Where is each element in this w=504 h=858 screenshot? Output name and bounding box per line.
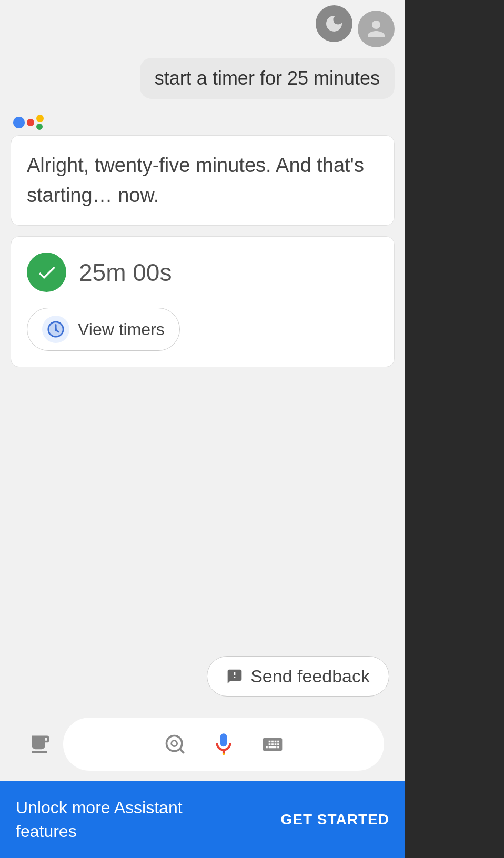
checkmark-icon xyxy=(36,261,58,284)
timer-card: 25m 00s View timers xyxy=(11,236,395,367)
view-timers-label: View timers xyxy=(78,320,165,339)
google-assistant-logo xyxy=(11,115,395,130)
timer-check-circle xyxy=(27,253,66,292)
lens-icon xyxy=(164,733,187,756)
user-message-text: start a timer for 25 minutes xyxy=(155,67,380,89)
input-pill xyxy=(63,718,384,771)
svg-point-5 xyxy=(166,735,182,751)
get-started-button[interactable]: GET STARTED xyxy=(281,811,389,828)
send-feedback-row: Send feedback xyxy=(11,656,395,697)
bottom-area: Send feedback xyxy=(0,645,405,781)
keyboard-icon-button[interactable] xyxy=(257,729,288,760)
assistant-response-text: Alright, twenty-five minutes. And that's… xyxy=(27,154,364,206)
svg-line-6 xyxy=(179,749,184,753)
spacer xyxy=(0,517,405,646)
dot-green xyxy=(36,124,43,130)
clock-icon xyxy=(47,320,65,338)
person-icon xyxy=(366,18,387,39)
assistant-message: Alright, twenty-five minutes. And that's… xyxy=(11,115,395,226)
clock-icon-wrap xyxy=(42,316,69,343)
dot-red xyxy=(27,119,34,126)
chat-area: start a timer for 25 minutes Alright, tw… xyxy=(0,53,405,517)
top-icons-area xyxy=(0,0,405,53)
unlock-text: Unlock more Assistant features xyxy=(16,796,226,843)
right-panel xyxy=(404,0,504,858)
moon-icon-button[interactable] xyxy=(316,5,352,42)
user-message-bubble: start a timer for 25 minutes xyxy=(140,58,395,99)
lens-icon-button[interactable] xyxy=(159,729,191,760)
dot-blue xyxy=(13,117,25,128)
timer-time-display: 25m 00s xyxy=(79,258,172,287)
keyboard-icon xyxy=(261,733,284,756)
profile-icon-button[interactable] xyxy=(358,11,395,47)
drawer-icon-button[interactable] xyxy=(21,726,58,763)
feedback-icon xyxy=(226,668,243,685)
assistant-response-bubble: Alright, twenty-five minutes. And that's… xyxy=(11,135,395,226)
svg-point-7 xyxy=(171,741,177,746)
svg-point-4 xyxy=(55,328,57,330)
send-feedback-button[interactable]: Send feedback xyxy=(207,656,389,697)
unlock-banner: Unlock more Assistant features GET START… xyxy=(0,781,405,858)
user-message-row: start a timer for 25 minutes xyxy=(11,58,395,99)
send-feedback-label: Send feedback xyxy=(250,666,370,687)
svg-point-8 xyxy=(223,753,225,755)
input-bar xyxy=(11,712,395,781)
microphone-icon xyxy=(210,731,237,758)
dot-yellow xyxy=(36,115,44,122)
moon-icon xyxy=(324,13,345,34)
view-timers-button[interactable]: View timers xyxy=(27,308,180,351)
drawer-icon xyxy=(28,733,51,756)
microphone-icon-button[interactable] xyxy=(207,727,241,761)
timer-status-row: 25m 00s xyxy=(27,253,378,292)
